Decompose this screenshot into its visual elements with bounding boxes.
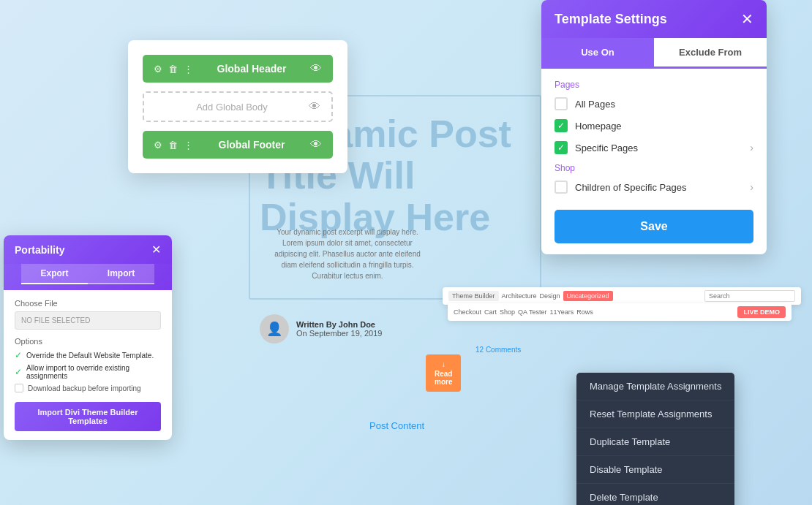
nav-cart[interactable]: Cart — [484, 308, 497, 316]
ts-body: Pages All Pages ✓ Homepage ✓ Specific Pa… — [541, 69, 767, 254]
portability-tabs: Export Import — [21, 264, 154, 284]
context-delete-template[interactable]: Delete Template — [576, 484, 734, 505]
ts-header: Template Settings ✕ — [541, 0, 767, 38]
header-delete-icon[interactable]: 🗑 — [168, 64, 178, 75]
author-info: Written By John Doe On September 19, 201… — [296, 320, 382, 338]
author-avatar: 👤 — [260, 314, 289, 343]
nav-uncategorized[interactable]: Uncategorized — [563, 291, 613, 301]
ts-children-checkbox[interactable] — [555, 181, 568, 194]
option2-check: ✓ — [15, 367, 22, 377]
nav-theme-builder[interactable]: Theme Builder — [448, 291, 499, 301]
ts-children-label: Children of Specific Pages — [575, 182, 743, 193]
nav-shop[interactable]: Shop — [500, 308, 515, 316]
nav-design[interactable]: Design — [540, 292, 560, 300]
import-button[interactable]: Import Divi Theme Builder Templates — [15, 402, 161, 431]
nav-rows[interactable]: Rows — [576, 308, 593, 316]
nav-search-input[interactable] — [704, 290, 795, 302]
live-demo-button[interactable]: LIVE DEMO — [737, 306, 786, 318]
ts-children-option[interactable]: Children of Specific Pages › — [555, 181, 753, 194]
option1-check: ✓ — [15, 350, 22, 360]
context-manage-assignments[interactable]: Manage Template Assignments — [576, 373, 734, 400]
body-eye-icon[interactable]: 👁 — [309, 100, 320, 113]
ts-shop-label: Shop — [555, 163, 753, 173]
option2-text: Allow import to override existing assign… — [26, 364, 161, 380]
add-body-label: Add Global Body — [155, 102, 309, 113]
nav-bar-row2: Checkout Cart Shop QA Tester 11Years Row… — [448, 303, 792, 321]
ts-specific-pages-label: Specific Pages — [575, 143, 743, 153]
context-menu: Manage Template Assignments Reset Templa… — [576, 373, 734, 505]
nav-years[interactable]: 11Years — [549, 308, 574, 316]
portability-export-tab[interactable]: Export — [21, 264, 88, 284]
option1-row: ✓ Override the Default Website Template. — [15, 350, 161, 360]
portability-header: Portability ✕ — [4, 235, 172, 264]
header-eye-icon[interactable]: 👁 — [310, 62, 322, 75]
global-header-card: ⚙ 🗑 ⋮ Global Header 👁 — [143, 55, 333, 83]
global-footer-label: Global Footer — [200, 139, 303, 151]
header-settings-icon[interactable]: ⚙ — [154, 64, 162, 75]
nav-architecture[interactable]: Architecture — [502, 292, 537, 300]
comments-badge: 12 Comments — [475, 346, 521, 354]
context-reset-assignments[interactable]: Reset Template Assignments — [576, 400, 734, 428]
ts-specific-pages-option[interactable]: ✓ Specific Pages › — [555, 141, 753, 154]
footer-card-icons: ⚙ 🗑 ⋮ — [154, 140, 193, 151]
ts-all-pages-label: All Pages — [575, 99, 753, 110]
ts-save-button[interactable]: Save — [555, 210, 753, 243]
ts-homepage-checkbox[interactable]: ✓ — [555, 119, 568, 132]
footer-eye-icon[interactable]: 👁 — [310, 138, 322, 151]
add-body-card[interactable]: Add Global Body 👁 — [143, 91, 333, 122]
header-more-icon[interactable]: ⋮ — [184, 64, 193, 75]
ts-homepage-option[interactable]: ✓ Homepage — [555, 119, 753, 132]
option3-row: Download backup before importing — [15, 384, 161, 392]
ts-children-chevron: › — [750, 181, 753, 193]
ts-exclude-from-tab[interactable]: Exclude From — [654, 38, 767, 67]
author-area: 👤 Written By John Doe On September 19, 2… — [260, 314, 382, 343]
nav-checkout[interactable]: Checkout — [454, 308, 481, 316]
footer-more-icon[interactable]: ⋮ — [184, 140, 193, 151]
post-excerpt: Your dynamic post excerpt will display h… — [267, 227, 428, 281]
portability-import-tab[interactable]: Import — [88, 264, 154, 284]
template-settings-panel: Template Settings ✕ Use On Exclude From … — [541, 0, 767, 254]
ts-tabs: Use On Exclude From — [541, 38, 767, 69]
footer-delete-icon[interactable]: 🗑 — [168, 140, 178, 151]
context-duplicate-template[interactable]: Duplicate Template — [576, 428, 734, 456]
ts-pages-label: Pages — [555, 80, 753, 90]
ts-all-pages-option[interactable]: All Pages — [555, 97, 753, 110]
file-input-display[interactable]: NO FILE SELECTED — [15, 311, 161, 330]
ts-all-pages-checkbox[interactable] — [555, 97, 568, 110]
portability-tabs-container: Export Import — [4, 264, 172, 290]
ts-close-button[interactable]: ✕ — [741, 10, 753, 28]
nav-qa-tester[interactable]: QA Tester — [518, 308, 546, 316]
read-more-button[interactable]: ↓ Readmore — [426, 354, 461, 392]
choose-file-label: Choose File — [15, 299, 161, 308]
option2-row: ✓ Allow import to override existing assi… — [15, 364, 161, 380]
nav-bar-area: Theme Builder Architecture Design Uncate… — [443, 287, 801, 305]
option1-text: Override the Default Website Template. — [26, 352, 154, 360]
options-label: Options — [15, 337, 161, 346]
ts-homepage-label: Homepage — [575, 121, 753, 132]
author-name: Written By John Doe — [296, 320, 382, 329]
option3-text: Download backup before importing — [28, 384, 141, 392]
template-cards-panel: ⚙ 🗑 ⋮ Global Header 👁 Add Global Body 👁 … — [128, 40, 347, 173]
ts-title: Template Settings — [555, 12, 667, 27]
context-disable-template[interactable]: Disable Template — [576, 456, 734, 484]
read-more-arrow: ↓ — [442, 360, 446, 368]
global-footer-card: ⚙ 🗑 ⋮ Global Footer 👁 — [143, 131, 333, 159]
portability-title: Portability — [15, 244, 64, 256]
global-header-label: Global Header — [200, 63, 303, 75]
portability-close-button[interactable]: ✕ — [151, 243, 161, 257]
footer-settings-icon[interactable]: ⚙ — [154, 140, 162, 151]
read-more-label: Readmore — [435, 370, 452, 386]
ts-use-on-tab[interactable]: Use On — [541, 38, 654, 67]
ts-specific-pages-checkbox[interactable]: ✓ — [555, 141, 568, 154]
post-content-link[interactable]: Post Content — [369, 420, 424, 431]
header-card-icons: ⚙ 🗑 ⋮ — [154, 64, 193, 75]
option3-checkbox[interactable] — [15, 384, 23, 392]
portability-panel: Portability ✕ Export Import Choose File … — [4, 235, 172, 440]
author-date: On September 19, 2019 — [296, 329, 382, 338]
ts-specific-pages-chevron: › — [750, 142, 753, 153]
portability-body: Choose File NO FILE SELECTED Options ✓ O… — [4, 290, 172, 440]
